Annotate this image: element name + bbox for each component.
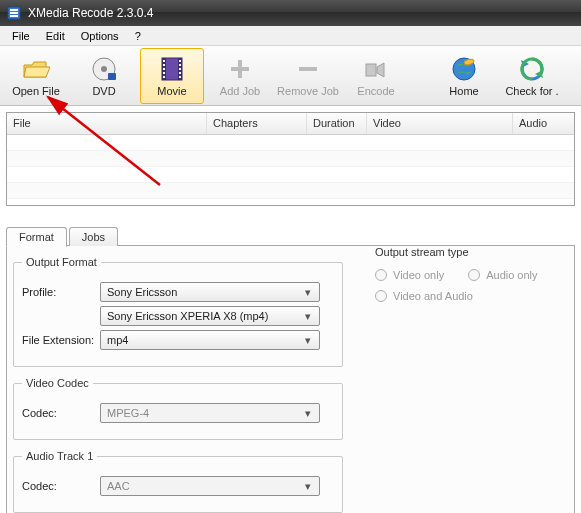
encode-label: Encode [357,85,394,97]
film-icon [158,55,186,83]
titlebar: XMedia Recode 2.3.0.4 [0,0,581,26]
table-row [7,135,574,151]
profile-value: Sony Ericsson [107,286,177,298]
home-label: Home [449,85,478,97]
chevron-down-icon: ▾ [301,310,315,323]
radio-icon [375,290,387,302]
encode-button: Encode [344,48,408,104]
dvd-button[interactable]: DVD [72,48,136,104]
svg-rect-23 [366,64,376,76]
svg-rect-13 [163,72,165,74]
svg-rect-14 [163,76,165,78]
audio-codec-select: AAC ▾ [100,476,320,496]
output-format-legend: Output Format [22,256,101,268]
open-file-button[interactable]: Open File [4,48,68,104]
col-duration[interactable]: Duration [307,113,367,134]
video-codec-label: Codec: [22,407,100,419]
radio-icon [375,269,387,281]
video-codec-value: MPEG-4 [107,407,149,419]
file-list-headers: File Chapters Duration Video Audio [7,113,574,135]
radio-icon [468,269,480,281]
chevron-down-icon: ▾ [301,407,315,420]
check-updates-button[interactable]: Check for . [500,48,564,104]
output-format-group: Output Format Profile: Sony Ericsson ▾ S… [13,256,343,367]
menu-edit[interactable]: Edit [38,28,73,44]
globe-icon [450,55,478,83]
video-codec-select: MPEG-4 ▾ [100,403,320,423]
table-row [7,183,574,199]
svg-rect-19 [179,76,181,78]
radio-video-and-audio: Video and Audio [375,290,538,302]
home-button[interactable]: Home [432,48,496,104]
file-extension-value: mp4 [107,334,128,346]
movie-button[interactable]: Movie [140,48,204,104]
remove-job-button: Remove Job [276,48,340,104]
toolbar: Open File DVD Movie Add Job Remove Job E… [0,46,581,106]
video-codec-group: Video Codec Codec: MPEG-4 ▾ [13,377,343,440]
table-row [7,167,574,183]
svg-rect-10 [163,60,165,62]
check-label: Check for . [505,85,558,97]
file-extension-select[interactable]: mp4 ▾ [100,330,320,350]
svg-rect-17 [179,68,181,70]
open-file-label: Open File [12,85,60,97]
dvd-label: DVD [92,85,115,97]
chevron-down-icon: ▾ [301,480,315,493]
menu-help[interactable]: ? [127,28,149,44]
col-audio[interactable]: Audio [513,113,574,134]
file-list[interactable]: File Chapters Duration Video Audio [6,112,575,206]
video-codec-legend: Video Codec [22,377,93,389]
tabs-container: Format Jobs Output Format Profile: Sony … [6,224,575,513]
menu-file[interactable]: File [4,28,38,44]
tab-format[interactable]: Format [6,227,67,247]
col-chapters[interactable]: Chapters [207,113,307,134]
svg-rect-16 [179,64,181,66]
svg-rect-12 [163,68,165,70]
file-list-rows [7,135,574,199]
table-row [7,151,574,167]
format-panel: Output Format Profile: Sony Ericsson ▾ S… [6,245,575,513]
remove-job-label: Remove Job [277,85,339,97]
menu-options[interactable]: Options [73,28,127,44]
radio-audio-only: Audio only [468,269,537,281]
profile-label: Profile: [22,286,100,298]
svg-rect-11 [163,64,165,66]
radio-video-only: Video only [375,269,444,281]
refresh-icon [518,55,546,83]
menubar: File Edit Options ? [0,26,581,46]
movie-label: Movie [157,85,186,97]
chevron-down-icon: ▾ [301,334,315,347]
svg-rect-15 [179,60,181,62]
svg-rect-22 [299,67,317,71]
audio-codec-value: AAC [107,480,130,492]
app-icon [6,5,22,21]
encode-icon [362,55,390,83]
svg-rect-18 [179,72,181,74]
audio-codec-label: Codec: [22,480,100,492]
dvd-icon [90,55,118,83]
profile-select[interactable]: Sony Ericsson ▾ [100,282,320,302]
file-extension-label: File Extension: [22,334,100,346]
audio-track-legend: Audio Track 1 [22,450,97,462]
svg-rect-1 [10,9,18,11]
audio-track-group: Audio Track 1 Codec: AAC ▾ [13,450,343,513]
add-job-label: Add Job [220,85,260,97]
col-video[interactable]: Video [367,113,513,134]
profile-sub-value: Sony Ericsson XPERIA X8 (mp4) [107,310,268,322]
chevron-down-icon: ▾ [301,286,315,299]
tab-jobs[interactable]: Jobs [69,227,118,246]
output-stream-group: Output stream type Video only Audio only… [375,246,538,305]
window-title: XMedia Recode 2.3.0.4 [28,6,153,20]
plus-icon [226,55,254,83]
col-file[interactable]: File [7,113,207,134]
svg-point-5 [101,66,107,72]
add-job-button: Add Job [208,48,272,104]
svg-rect-2 [10,12,18,14]
svg-rect-3 [10,15,18,17]
svg-rect-6 [108,73,116,80]
output-stream-legend: Output stream type [375,246,538,258]
folder-open-icon [22,55,50,83]
profile-sub-select[interactable]: Sony Ericsson XPERIA X8 (mp4) ▾ [100,306,320,326]
minus-icon [294,55,322,83]
svg-rect-21 [231,67,249,71]
